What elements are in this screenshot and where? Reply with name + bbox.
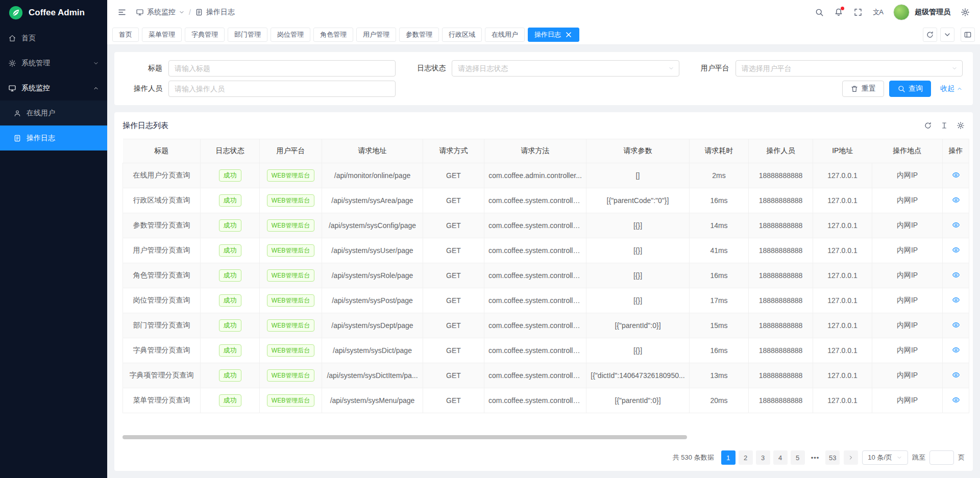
chevron-up-icon bbox=[957, 86, 963, 92]
chevron-down-icon bbox=[951, 65, 958, 71]
view-detail-eye-icon[interactable] bbox=[952, 321, 960, 329]
cell-location: 内网IP bbox=[872, 213, 943, 238]
close-icon[interactable] bbox=[565, 31, 573, 39]
reset-button[interactable]: 重置 bbox=[842, 81, 884, 97]
breadcrumb-item-monitor[interactable]: 系统监控 bbox=[136, 8, 185, 17]
page-button[interactable]: 53 bbox=[825, 450, 840, 465]
platform-badge: WEB管理后台 bbox=[267, 344, 314, 357]
tab-label: 菜单管理 bbox=[149, 30, 175, 39]
page-button[interactable]: ••• bbox=[808, 450, 823, 465]
column-header: 请求地址 bbox=[322, 139, 423, 163]
status-badge: 成功 bbox=[219, 394, 241, 407]
tab[interactable]: 岗位管理 bbox=[271, 28, 310, 42]
column-header: 用户平台 bbox=[260, 139, 322, 163]
cell-location: 内网IP bbox=[872, 363, 943, 388]
view-detail-eye-icon[interactable] bbox=[952, 296, 960, 304]
tab[interactable]: 字典管理 bbox=[185, 28, 225, 42]
column-header: 标题 bbox=[123, 139, 201, 163]
view-detail-eye-icon[interactable] bbox=[952, 396, 960, 404]
status-badge: 成功 bbox=[219, 344, 241, 357]
cell-request-method: GET bbox=[423, 188, 484, 213]
logo-text: Coffee Admin bbox=[29, 8, 85, 18]
cell-request-function: com.coffee.system.controlle... bbox=[484, 388, 586, 413]
jump-page-input[interactable] bbox=[929, 450, 954, 465]
page-button[interactable]: 1 bbox=[721, 450, 736, 465]
avatar[interactable] bbox=[893, 4, 910, 20]
tabs-refresh-button[interactable] bbox=[923, 28, 937, 42]
search-button[interactable]: 查询 bbox=[889, 81, 931, 97]
settings-gear-icon[interactable] bbox=[961, 8, 970, 17]
operation-log-table: 标题日志状态用户平台请求地址请求方式请求方法请求参数请求耗时操作人员IP地址操作… bbox=[122, 139, 969, 413]
tab[interactable]: 在线用户 bbox=[485, 28, 525, 42]
cell-request-url: /api/system/sysConfig/page bbox=[322, 213, 423, 238]
layout-button[interactable] bbox=[961, 28, 975, 42]
cell-request-url: /api/monitor/online/page bbox=[322, 163, 423, 188]
search-icon[interactable] bbox=[815, 8, 824, 17]
sidebar-nav: 首页 系统管理 系统监控 在线用户 操作日志 bbox=[0, 26, 107, 150]
cell-duration: 17ms bbox=[690, 288, 749, 313]
tab[interactable]: 操作日志 bbox=[528, 28, 579, 42]
sidebar-item-label: 系统监控 bbox=[21, 84, 50, 93]
sidebar-item-home[interactable]: 首页 bbox=[0, 26, 107, 51]
view-detail-eye-icon[interactable] bbox=[952, 371, 960, 379]
menu-fold-icon[interactable] bbox=[117, 8, 127, 17]
cell-request-params: [{"parentId":0}] bbox=[586, 388, 690, 413]
user-name[interactable]: 超级管理员 bbox=[915, 8, 950, 17]
view-detail-eye-icon[interactable] bbox=[952, 346, 960, 354]
chevron-down-icon bbox=[93, 60, 99, 66]
breadcrumb-item-operation-log[interactable]: 操作日志 bbox=[195, 8, 235, 17]
cell-request-method: GET bbox=[423, 363, 484, 388]
tab-label: 在线用户 bbox=[492, 30, 518, 39]
page-button[interactable]: 4 bbox=[773, 450, 788, 465]
cell-platform: WEB管理后台 bbox=[260, 163, 322, 188]
page-size-select[interactable]: 10 条/页 bbox=[862, 450, 908, 465]
view-detail-eye-icon[interactable] bbox=[952, 271, 960, 279]
user-platform-label: 用户平台 bbox=[692, 64, 736, 73]
operator-input[interactable] bbox=[168, 81, 396, 97]
tab[interactable]: 参数管理 bbox=[399, 28, 439, 42]
fullscreen-icon[interactable] bbox=[853, 8, 863, 17]
view-detail-eye-icon[interactable] bbox=[952, 246, 960, 254]
table-tools bbox=[924, 121, 965, 130]
sidebar-item-online-users[interactable]: 在线用户 bbox=[0, 100, 107, 125]
cell-status: 成功 bbox=[201, 238, 260, 263]
page-button[interactable]: 2 bbox=[739, 450, 753, 465]
cell-location: 内网IP bbox=[872, 288, 943, 313]
horizontal-scrollbar[interactable] bbox=[122, 435, 687, 439]
tab[interactable]: 部门管理 bbox=[228, 28, 267, 42]
column-settings-gear-icon[interactable] bbox=[957, 121, 965, 130]
sidebar-item-operation-log[interactable]: 操作日志 bbox=[0, 125, 107, 150]
user-platform-select[interactable] bbox=[736, 60, 963, 77]
cell-request-url: /api/system/sysArea/page bbox=[322, 188, 423, 213]
page-button[interactable]: 3 bbox=[756, 450, 770, 465]
refresh-icon[interactable] bbox=[924, 121, 932, 130]
table-row: 行政区域分页查询 成功 WEB管理后台 /api/system/sysArea/… bbox=[123, 188, 969, 213]
tab[interactable]: 首页 bbox=[112, 28, 139, 42]
notification-button[interactable] bbox=[834, 8, 843, 17]
next-page-button[interactable] bbox=[844, 450, 858, 465]
view-detail-eye-icon[interactable] bbox=[952, 196, 960, 204]
tab[interactable]: 行政区域 bbox=[442, 28, 482, 42]
search-icon bbox=[897, 85, 905, 93]
logo[interactable]: Coffee Admin bbox=[0, 0, 107, 26]
page-button[interactable]: 5 bbox=[791, 450, 805, 465]
cell-platform: WEB管理后台 bbox=[260, 238, 322, 263]
tab[interactable]: 用户管理 bbox=[356, 28, 396, 42]
app-root: Coffee Admin 首页 系统管理 系统监控 在线用户 bbox=[0, 0, 980, 478]
view-detail-eye-icon[interactable] bbox=[952, 221, 960, 229]
jump-prefix-label: 跳至 bbox=[912, 453, 925, 462]
tab[interactable]: 菜单管理 bbox=[142, 28, 182, 42]
cell-request-function: com.coffee.system.controlle... bbox=[484, 213, 586, 238]
sidebar-item-label: 系统管理 bbox=[21, 59, 50, 68]
title-input[interactable] bbox=[168, 60, 396, 77]
tabs-menu-button[interactable] bbox=[940, 28, 954, 42]
sidebar-item-system-management[interactable]: 系统管理 bbox=[0, 51, 107, 76]
translate-icon[interactable]: 文A bbox=[873, 8, 883, 17]
tab[interactable]: 角色管理 bbox=[313, 28, 353, 42]
collapse-filter-link[interactable]: 收起 bbox=[940, 84, 963, 93]
cell-title: 部门管理分页查询 bbox=[123, 313, 201, 338]
view-detail-eye-icon[interactable] bbox=[952, 171, 960, 179]
sidebar-item-system-monitor[interactable]: 系统监控 bbox=[0, 76, 107, 100]
density-icon[interactable] bbox=[940, 121, 948, 130]
log-status-select[interactable] bbox=[452, 60, 679, 77]
